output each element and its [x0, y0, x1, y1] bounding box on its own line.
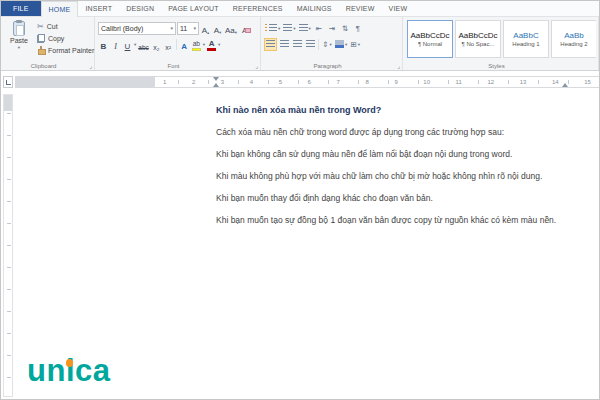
shading-button[interactable]: ▾	[334, 38, 348, 51]
shading-icon	[335, 40, 344, 48]
tab-selector[interactable]	[3, 76, 13, 88]
style-name: ¶ No Spac...	[462, 41, 495, 47]
ruler-number: 12	[487, 79, 494, 85]
font-name-combobox[interactable]: Calibri (Body) ▾	[98, 22, 176, 35]
format-painter-brush-icon	[37, 46, 45, 55]
tab-page-layout[interactable]: PAGE LAYOUT	[161, 1, 226, 16]
chevron-down-icon: ▾	[193, 25, 196, 31]
underline-button[interactable]: U	[122, 38, 133, 51]
font-color-letter: A	[209, 40, 215, 47]
align-right-button[interactable]	[291, 38, 303, 51]
document-page[interactable]: Khi nào nên xóa màu nền trong Word? Cách…	[216, 105, 591, 238]
italic-button[interactable]: I	[110, 38, 121, 51]
paste-button[interactable]: Paste ▾	[4, 20, 34, 62]
chevron-down-icon: ▾	[345, 42, 347, 47]
highlight-color-bar	[192, 48, 201, 51]
cut-button[interactable]: ✂ Cut	[37, 21, 58, 32]
style-sample: AaBb	[564, 31, 584, 40]
chevron-down-icon: ▾	[293, 26, 295, 31]
ruler-number: 7	[337, 79, 340, 85]
document-paragraph: Khi bạn muốn tạo sự đồng bộ 1 đoạn văn b…	[216, 216, 591, 225]
styles-gallery: AaBbCcDc ¶ Normal AaBbCcDc ¶ No Spac... …	[407, 20, 596, 58]
font-group: Calibri (Body) ▾ 11 ▾ A ▴ A ▾ Aa ▾	[95, 17, 261, 70]
paste-dropdown-arrow-icon[interactable]: ▾	[18, 45, 20, 50]
chevron-down-icon: ▾	[309, 26, 311, 31]
logo-letter-i: i	[66, 353, 75, 389]
font-color-dropdown-arrow-icon[interactable]: ▾	[218, 42, 220, 47]
document-heading: Khi nào nên xóa màu nền trong Word?	[216, 105, 591, 115]
styles-group-label: Styles	[403, 63, 590, 69]
ruler-number: 6	[308, 79, 311, 85]
format-painter-label: Format Painter	[48, 47, 94, 54]
style-heading-1[interactable]: AaBbC Heading 1	[503, 20, 549, 58]
text-effects-button[interactable]: A	[179, 38, 190, 51]
format-painter-button[interactable]: Format Painter	[37, 45, 94, 56]
align-center-icon	[280, 40, 289, 48]
word-window: FILE HOME INSERT DESIGN PAGE LAYOUT REFE…	[0, 0, 600, 400]
multilevel-list-button[interactable]: ▾	[298, 22, 312, 35]
horizontal-ruler[interactable]: 1 2 3 4 5 6 7 8 9 10 11 12 13 14 15	[15, 76, 599, 88]
grow-font-button[interactable]: A ▴	[200, 22, 211, 35]
style-heading-2[interactable]: AaBb Heading 2	[551, 20, 596, 58]
superscript-button[interactable]: x²	[163, 38, 174, 51]
tab-references[interactable]: REFERENCES	[226, 1, 290, 16]
numbering-icon	[283, 24, 292, 32]
increase-indent-button[interactable]: ⇥	[326, 22, 338, 35]
clipboard-dialog-launcher-icon[interactable]: ⌟	[89, 63, 92, 70]
clear-formatting-button[interactable]: A	[239, 22, 250, 35]
tab-mailings[interactable]: MAILINGS	[290, 1, 339, 16]
document-paragraph: Khi bạn không cần sử dụng màu nền để làm…	[216, 150, 591, 159]
borders-button[interactable]: ⊞ ▾	[349, 38, 361, 51]
decrease-indent-button[interactable]: ⇤	[313, 22, 325, 35]
style-name: Heading 2	[560, 41, 587, 47]
font-name-value: Calibri (Body)	[101, 25, 143, 32]
font-color-button[interactable]: A	[206, 38, 217, 51]
align-left-icon	[266, 40, 275, 48]
copy-pages-icon	[37, 34, 45, 43]
paste-clipboard-icon	[13, 21, 25, 36]
tab-home[interactable]: HOME	[41, 1, 79, 17]
sort-button[interactable]: ⇅	[339, 22, 351, 35]
text-highlight-color-button[interactable]: ab	[191, 38, 202, 51]
chevron-down-icon: ▾	[358, 42, 360, 47]
change-case-button[interactable]: Aa ▾	[224, 22, 238, 35]
style-name: Heading 1	[512, 41, 539, 47]
justify-button[interactable]	[304, 38, 316, 51]
tab-review[interactable]: REVIEW	[339, 1, 382, 16]
tab-design[interactable]: DESIGN	[119, 1, 161, 16]
font-size-combobox[interactable]: 11 ▾	[177, 22, 199, 35]
highlight-dropdown-arrow-icon[interactable]: ▾	[203, 42, 205, 47]
tab-file[interactable]: FILE	[1, 1, 41, 16]
align-center-button[interactable]	[278, 38, 290, 51]
show-hide-marks-button[interactable]: ¶	[352, 22, 364, 35]
align-right-icon	[293, 40, 302, 48]
font-dialog-launcher-icon[interactable]: ⌟	[255, 63, 258, 70]
shrink-font-button[interactable]: A ▾	[212, 22, 223, 35]
subscript-button[interactable]: x₂	[151, 38, 162, 51]
cut-label: Cut	[47, 23, 58, 30]
paragraph-group: ▾ ▾ ▾ ⇤ ⇥ ⇅ ¶	[261, 17, 403, 70]
ruler-number: 15	[584, 79, 591, 85]
copy-button[interactable]: Copy	[37, 33, 64, 44]
bullets-button[interactable]: ▾	[264, 22, 281, 35]
justify-icon	[306, 40, 315, 48]
bold-button[interactable]: B	[98, 38, 109, 51]
ruler-number: 14	[552, 79, 559, 85]
style-no-spacing[interactable]: AaBbCcDc ¶ No Spac...	[455, 20, 501, 58]
tab-view[interactable]: VIEW	[382, 1, 415, 16]
style-normal[interactable]: AaBbCcDc ¶ Normal	[407, 20, 453, 58]
numbering-button[interactable]: ▾	[282, 22, 296, 35]
line-spacing-icon: ⇕	[322, 40, 328, 49]
vertical-ruler[interactable]	[3, 94, 13, 397]
tab-insert[interactable]: INSERT	[78, 1, 119, 16]
align-left-button[interactable]	[264, 38, 277, 51]
paragraph-dialog-launcher-icon[interactable]: ⌟	[397, 63, 400, 70]
strikethrough-button[interactable]: abc	[137, 38, 149, 51]
borders-icon: ⊞	[350, 40, 356, 49]
line-spacing-button[interactable]: ⇕ ▾	[321, 38, 333, 51]
underline-dropdown-arrow-icon[interactable]: ▾	[134, 42, 136, 47]
hanging-indent-marker[interactable]	[213, 80, 219, 87]
right-indent-marker[interactable]	[562, 80, 568, 87]
ribbon-tab-bar: FILE HOME INSERT DESIGN PAGE LAYOUT REFE…	[1, 1, 599, 17]
ruler-numbers: 1 2 3 4 5 6 7 8 9 10 11 12 13 14 15	[163, 77, 591, 87]
